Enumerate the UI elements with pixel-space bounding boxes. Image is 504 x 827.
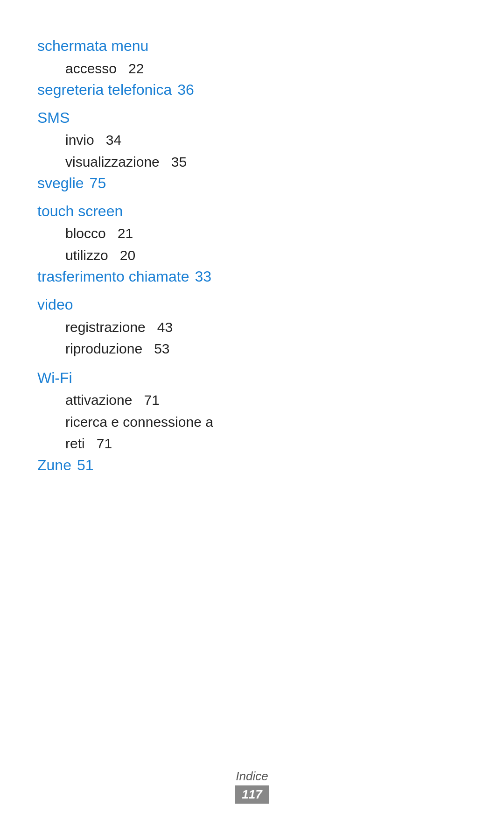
index-heading-video: video bbox=[37, 295, 467, 315]
page-num-sveglie: 75 bbox=[90, 175, 106, 192]
index-entry-wifi: Wi-Fi attivazione 71 ricerca e connessio… bbox=[37, 368, 467, 455]
footer-label: Indice bbox=[236, 769, 268, 784]
index-heading-segreteria-telefonica: segreteria telefonica bbox=[37, 80, 172, 100]
sub-entry-riproduzione: riproduzione 53 bbox=[37, 338, 467, 360]
index-entry-video: video registrazione 43 riproduzione 53 bbox=[37, 295, 467, 360]
index-entry-sms: SMS invio 34 visualizzazione 35 bbox=[37, 108, 467, 173]
sub-entry-invio: invio 34 bbox=[37, 129, 467, 151]
index-entry-trasferimento-chiamate: trasferimento chiamate 33 bbox=[37, 267, 467, 287]
index-heading-touch-screen: touch screen bbox=[37, 202, 467, 221]
index-content: schermata menu accesso 22 segreteria tel… bbox=[0, 0, 504, 523]
index-heading-wifi: Wi-Fi bbox=[37, 368, 467, 388]
sub-entry-utilizzo: utilizzo 20 bbox=[37, 245, 467, 267]
index-heading-zune: Zune bbox=[37, 456, 71, 475]
index-heading-trasferimento-chiamate: trasferimento chiamate bbox=[37, 267, 189, 287]
sub-entry-visualizzazione: visualizzazione 35 bbox=[37, 151, 467, 173]
sub-entry-registrazione: registrazione 43 bbox=[37, 317, 467, 339]
index-entry-segreteria-telefonica: segreteria telefonica 36 bbox=[37, 80, 467, 100]
index-entry-zune: Zune 51 bbox=[37, 456, 467, 475]
index-entry-sveglie: sveglie 75 bbox=[37, 174, 467, 193]
sub-entry-attivazione: attivazione 71 bbox=[37, 389, 467, 411]
index-heading-sms: SMS bbox=[37, 108, 467, 128]
page-num-segreteria: 36 bbox=[177, 81, 194, 99]
footer: Indice 117 bbox=[0, 769, 504, 804]
index-heading-sveglie: sveglie bbox=[37, 174, 84, 193]
page-num-zune: 51 bbox=[77, 457, 94, 474]
footer-page-number: 117 bbox=[235, 785, 268, 804]
index-entry-schermata-menu: schermata menu accesso 22 bbox=[37, 36, 467, 79]
index-heading-schermata-menu: schermata menu bbox=[37, 36, 467, 56]
index-entry-touch-screen: touch screen blocco 21 utilizzo 20 bbox=[37, 202, 467, 267]
page-num-trasferimento: 33 bbox=[195, 268, 211, 285]
sub-entry-blocco: blocco 21 bbox=[37, 223, 467, 245]
sub-entry-ricerca-connessione: ricerca e connessione areti 71 bbox=[37, 411, 467, 455]
sub-entry-accesso: accesso 22 bbox=[37, 58, 467, 80]
